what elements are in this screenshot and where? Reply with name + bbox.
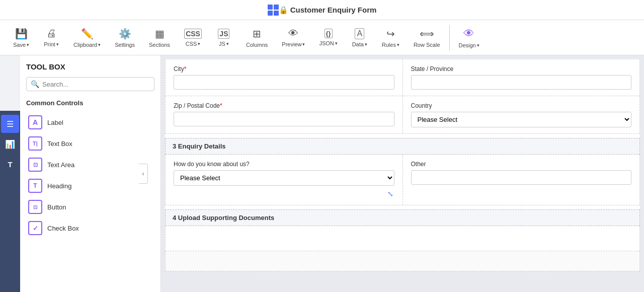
toolbar-columns[interactable]: ⊞ Columns	[239, 25, 275, 51]
upload-section	[165, 226, 640, 251]
checkbox-tool-icon: ✓	[28, 221, 42, 235]
form-row-zip-country: Zip / Postal Code* Country Please Select…	[165, 96, 640, 134]
nav-chart-icon[interactable]: 📊	[1, 135, 19, 153]
form-col-howknow: How do you know about us? Please Select …	[166, 155, 403, 205]
section-break-4	[165, 205, 640, 209]
toolbar-data[interactable]: A Data ▾	[345, 25, 375, 50]
country-label: Country	[411, 102, 632, 109]
toolbar-sections[interactable]: ▦ Sections	[142, 25, 177, 51]
css-icon: CSS	[184, 29, 202, 39]
toolbar-rowscale[interactable]: ⟺ Row Scale	[407, 25, 447, 51]
content-area: City* State / Province Zip / Postal Code…	[161, 55, 644, 292]
section-break-3	[165, 134, 640, 138]
state-input[interactable]	[411, 75, 632, 90]
toolbar-css[interactable]: CSS CSS ▾	[177, 26, 209, 50]
print-icon: 🖨	[46, 28, 56, 39]
button-tool-icon: ⊡	[28, 200, 42, 214]
lock-icon: 🔒	[279, 6, 288, 15]
textarea-tool-text: Text Area	[47, 161, 74, 169]
city-input[interactable]	[174, 75, 394, 90]
toolbar-json[interactable]: {} JSON ▾	[312, 26, 344, 49]
js-icon: JS	[218, 29, 229, 39]
clipboard-icon: ✏️	[81, 28, 94, 40]
settings-icon: ⚙️	[119, 28, 131, 40]
toolbar-save[interactable]: 💾 Save ▾	[6, 25, 36, 51]
label-tool-text: Label	[47, 119, 63, 126]
heading-tool-text: Heading	[47, 182, 71, 190]
form-canvas: City* State / Province Zip / Postal Code…	[165, 59, 640, 271]
save-icon: 💾	[15, 28, 28, 40]
toolbar-rules[interactable]: ↪ Rules ▾	[375, 25, 407, 51]
json-icon: {}	[325, 29, 333, 38]
tool-label[interactable]: A Label	[26, 112, 154, 133]
resize-handle[interactable]: ⤡	[174, 189, 394, 199]
tool-button[interactable]: ⊡ Button	[26, 196, 154, 217]
collapse-sidebar-button[interactable]: ‹	[139, 164, 148, 184]
toolbar-js[interactable]: JS JS ▾	[209, 26, 239, 50]
main-layout: ☰ 📊 T TOOL BOX 🔍 Common Controls A Label…	[0, 55, 644, 292]
form-row-city-state: City* State / Province	[165, 59, 640, 96]
toolbar-preview[interactable]: 👁 Preview ▾	[275, 25, 312, 50]
other-label: Other	[411, 161, 632, 168]
toolbox-title: TOOL BOX	[26, 62, 154, 71]
zip-label: Zip / Postal Code*	[174, 102, 394, 109]
design-icon: 👁	[463, 27, 474, 40]
howknow-select[interactable]: Please Select Internet Search Social Med…	[174, 170, 394, 186]
nav-form-icon[interactable]: ☰	[1, 115, 19, 133]
controls-section-title: Common Controls	[26, 99, 154, 107]
form-col-country: Country Please Select United States Cana…	[403, 96, 640, 133]
label-tool-icon: A	[28, 115, 42, 129]
toolbar: 💾 Save ▾ 🖨 Print ▾ ✏️ Clipboard ▾ ⚙️ Set…	[0, 20, 644, 55]
sidebar-nav: ☰ 📊 T	[0, 111, 20, 292]
form-col-other: Other	[403, 155, 640, 205]
data-icon: A	[355, 28, 364, 39]
tool-textarea[interactable]: ⊡ Text Area	[26, 154, 154, 175]
tool-checkbox[interactable]: ✓ Check Box	[26, 217, 154, 239]
preview-icon: 👁	[288, 28, 298, 39]
toolbar-settings[interactable]: ⚙️ Settings	[108, 25, 142, 51]
country-select[interactable]: Please Select United States Canada Unite…	[411, 112, 632, 127]
form-col-zip: Zip / Postal Code*	[166, 96, 403, 133]
bottom-section	[165, 251, 640, 271]
tool-heading[interactable]: T Heading	[26, 175, 154, 196]
search-box: 🔍	[26, 77, 154, 91]
form-col-state: State / Province	[403, 59, 640, 96]
toolbar-design[interactable]: 👁 Design ▾	[452, 24, 487, 51]
checkbox-tool-text: Check Box	[47, 225, 79, 232]
form-col-city: City*	[166, 59, 403, 96]
heading-tool-icon: T	[28, 179, 42, 193]
button-tool-text: Button	[47, 203, 66, 211]
textbox-tool-text: Text Box	[47, 140, 72, 148]
columns-icon: ⊞	[253, 28, 261, 40]
toolbar-print[interactable]: 🖨 Print ▾	[36, 25, 66, 50]
tool-textbox[interactable]: T| Text Box	[26, 133, 154, 154]
state-label: State / Province	[411, 65, 632, 72]
section4-header: 4 Upload Supporting Documents	[165, 209, 640, 226]
nav-t-icon[interactable]: T	[1, 155, 19, 173]
city-label: City*	[174, 65, 394, 72]
textbox-tool-icon: T|	[28, 136, 42, 151]
search-icon: 🔍	[31, 80, 39, 88]
howknow-label: How do you know about us?	[174, 161, 394, 168]
title-bar: 🔒 Customer Enquiry Form	[0, 0, 644, 20]
section3-header: 3 Enquiry Details	[165, 138, 640, 155]
page-title: Customer Enquiry Form	[290, 6, 377, 14]
textarea-tool-icon: ⊡	[28, 158, 42, 172]
search-input[interactable]	[42, 81, 150, 88]
zip-input[interactable]	[174, 112, 394, 126]
form-row-enquiry: How do you know about us? Please Select …	[165, 155, 640, 205]
sections-icon: ▦	[155, 28, 165, 40]
toolbar-divider	[449, 25, 450, 50]
other-input[interactable]	[411, 170, 632, 185]
toolbar-clipboard[interactable]: ✏️ Clipboard ▾	[66, 25, 108, 51]
rowscale-icon: ⟺	[420, 28, 434, 40]
app-logo	[268, 5, 279, 16]
rules-icon: ↪	[386, 28, 395, 40]
